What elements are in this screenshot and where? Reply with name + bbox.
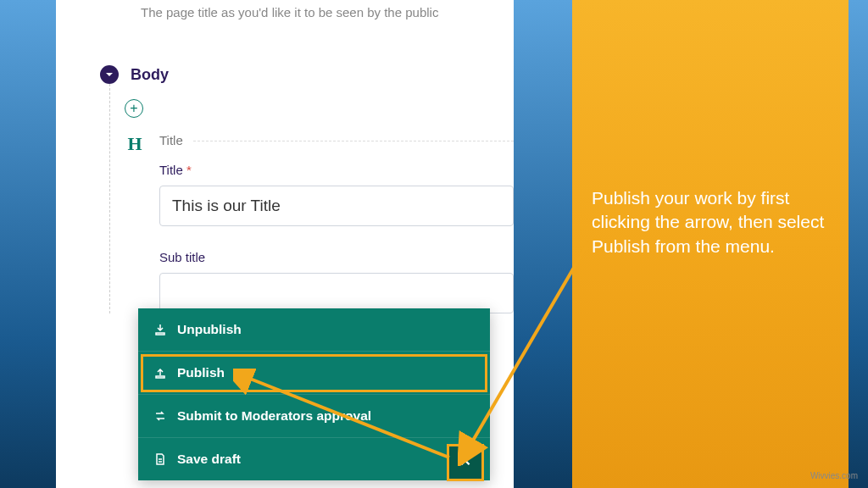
chevron-up-icon xyxy=(459,456,472,469)
page-title-hint: The page title as you'd like it to be se… xyxy=(56,0,514,19)
annotation-text: Publish your work by first clicking the … xyxy=(592,186,833,258)
document-icon xyxy=(153,452,167,466)
unpublish-menu-item[interactable]: Unpublish xyxy=(138,308,490,352)
heading-icon: H xyxy=(125,133,144,155)
action-menu: Unpublish Publish Submit to Moderators a… xyxy=(138,308,490,480)
download-icon xyxy=(153,323,167,336)
body-section-content: + H Title Title * Sub title xyxy=(109,84,514,313)
title-input[interactable] xyxy=(159,186,514,226)
subtitle-input[interactable] xyxy=(159,273,514,313)
block-type-label: Title xyxy=(159,133,514,147)
body-section-header[interactable]: Body xyxy=(100,65,514,84)
annotation-panel: Publish your work by first clicking the … xyxy=(572,0,849,488)
upload-icon xyxy=(153,366,167,380)
body-section-label: Body xyxy=(131,66,169,84)
subtitle-field-label: Sub title xyxy=(159,250,514,264)
body-section: Body + H Title Title * Sub title xyxy=(56,65,514,313)
add-block-button[interactable]: + xyxy=(125,99,143,118)
menu-toggle-button[interactable] xyxy=(449,446,481,479)
publish-menu-item[interactable]: Publish xyxy=(138,352,490,395)
save-draft-menu-item[interactable]: Save draft xyxy=(138,438,490,480)
chevron-down-icon[interactable] xyxy=(100,65,119,84)
swap-icon xyxy=(153,409,167,423)
title-field-label: Title * xyxy=(159,163,514,177)
brand-logo: Wivvies.com xyxy=(810,465,858,483)
title-block: H Title Title * Sub title xyxy=(134,133,514,313)
submit-menu-item[interactable]: Submit to Moderators approval xyxy=(138,395,490,438)
